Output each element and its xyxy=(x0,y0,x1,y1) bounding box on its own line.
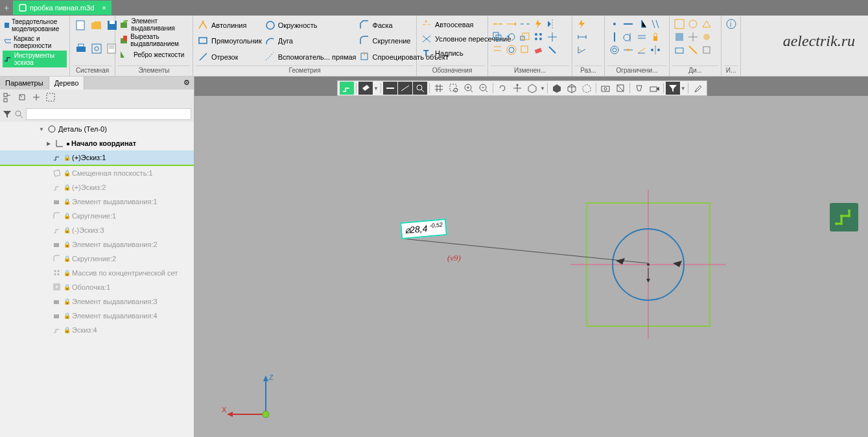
tree-shell[interactable]: 🔒Оболочка:1 xyxy=(0,280,194,294)
perspective-button[interactable] xyxy=(632,82,646,95)
tree-tab[interactable]: Дерево xyxy=(49,77,85,89)
parallel-icon[interactable] xyxy=(650,18,661,30)
extrude-button[interactable]: Элемент выдавливания xyxy=(118,17,190,32)
linear-dim-icon[interactable] xyxy=(576,31,588,43)
search-input[interactable] xyxy=(26,108,191,120)
tree-sketch3[interactable]: 🔒(-)Эскиз:3 xyxy=(0,223,194,237)
preview-icon[interactable] xyxy=(91,43,102,54)
shaded-button[interactable] xyxy=(550,82,564,95)
diag8-icon[interactable] xyxy=(687,44,699,56)
autoline-button[interactable]: Автолиния xyxy=(197,18,263,32)
rect-button[interactable]: Прямоугольник xyxy=(197,34,263,48)
extend-icon[interactable] xyxy=(506,18,517,30)
zoom-out-button[interactable] xyxy=(476,82,491,95)
lightning-icon[interactable] xyxy=(533,18,545,30)
horizontal-icon[interactable] xyxy=(622,18,634,30)
filter-icon[interactable] xyxy=(3,110,12,119)
equal-icon[interactable] xyxy=(636,31,648,43)
arc-button[interactable]: Дуга xyxy=(264,34,357,48)
document-tab[interactable]: пробка пивная.m3d × xyxy=(13,1,111,15)
angle-constr-icon[interactable] xyxy=(636,44,648,56)
perpendicular-icon[interactable] xyxy=(636,18,648,30)
sketch-mode-badge[interactable] xyxy=(830,203,858,231)
panel-gear-button[interactable]: ⚙ xyxy=(180,77,194,89)
coincident-icon[interactable] xyxy=(609,18,620,30)
mode-sketch[interactable]: Инструменты эскиза xyxy=(3,51,67,67)
pan-button[interactable] xyxy=(510,82,524,95)
print-icon[interactable] xyxy=(75,43,87,54)
erase-button[interactable] xyxy=(358,82,373,95)
segment-button[interactable]: Отрезок xyxy=(197,50,263,64)
camera-button[interactable] xyxy=(647,82,661,95)
concentric-icon[interactable] xyxy=(609,44,620,56)
cut-button[interactable]: Вырезать выдавливанием xyxy=(118,32,190,48)
scale-icon[interactable] xyxy=(519,31,531,43)
angle-dim-icon[interactable] xyxy=(576,44,588,56)
tree-pattern[interactable]: 🔒Массив по концентрической сет xyxy=(0,266,194,280)
erase-icon[interactable] xyxy=(533,44,545,56)
tree-sketch1[interactable]: 🔒(+)Эскиз:1 xyxy=(0,150,194,166)
section-button[interactable] xyxy=(613,82,628,95)
tree-origin[interactable]: ▶ ● Начало координат xyxy=(0,136,194,150)
tree-sketch2[interactable]: 🔒(+)Эскиз:2 xyxy=(0,180,194,195)
diag3-icon[interactable] xyxy=(701,18,712,30)
mode-wireframe[interactable]: Каркас и поверхности xyxy=(3,34,67,51)
vertical-icon[interactable] xyxy=(609,31,620,43)
fix-icon[interactable] xyxy=(650,31,661,43)
transform-icon[interactable] xyxy=(519,44,531,56)
mirror-icon[interactable] xyxy=(546,18,558,30)
diag5-icon[interactable] xyxy=(687,31,699,43)
dim-lightning-icon[interactable] xyxy=(576,18,588,30)
tree-sketch4[interactable]: 🔒Эскиз:4 xyxy=(0,323,194,337)
copy-icon[interactable] xyxy=(492,31,504,43)
tree-extrude1[interactable]: 🔒Элемент выдавливания:1 xyxy=(0,195,194,209)
magnify-button[interactable] xyxy=(413,82,427,95)
diag7-icon[interactable] xyxy=(674,44,685,56)
line-style-button[interactable] xyxy=(383,82,397,95)
tab-close-button[interactable]: × xyxy=(102,4,106,12)
select-area-icon[interactable] xyxy=(45,92,57,104)
rotate-icon[interactable] xyxy=(506,31,517,43)
equidist-icon[interactable] xyxy=(506,44,517,56)
diag6-icon[interactable] xyxy=(701,31,712,43)
rotate-view-button[interactable] xyxy=(495,82,510,95)
midpoint-icon[interactable] xyxy=(622,44,634,56)
tangent-icon[interactable] xyxy=(622,31,634,43)
mode-solid[interactable]: Твердотельное моделирование xyxy=(3,17,67,34)
offset-icon[interactable] xyxy=(492,44,504,56)
wireframe-view-button[interactable] xyxy=(565,82,579,95)
expand-icon[interactable] xyxy=(17,92,29,104)
rib-button[interactable]: Ребро жесткости xyxy=(118,48,190,61)
info-icon[interactable]: i xyxy=(725,18,737,30)
tree-plane1[interactable]: 🔒Смещенная плоскость:1 xyxy=(0,166,194,180)
new-icon[interactable] xyxy=(75,19,87,31)
tree-extrude3[interactable]: 🔒Элемент выдавливания:3 xyxy=(0,294,194,309)
tool-icon[interactable] xyxy=(546,44,558,56)
tree-extrude4[interactable]: 🔒Элемент выдавливания:4 xyxy=(0,309,194,323)
params-tab[interactable]: Параметры xyxy=(0,77,49,89)
trim-icon[interactable] xyxy=(492,18,504,30)
viewport[interactable]: ⌀28,4 -0,52 (v9) Z X xyxy=(194,96,868,437)
collapse-icon[interactable] xyxy=(31,92,43,104)
tree-root[interactable]: ▼ Деталь (Тел-0) xyxy=(0,122,194,136)
sketch-mode-button[interactable] xyxy=(340,82,354,95)
break-icon[interactable] xyxy=(519,18,531,30)
tree-fillet2[interactable]: 🔒Скругление:2 xyxy=(0,252,194,266)
symmetric-icon[interactable] xyxy=(650,44,661,56)
dash-style-button[interactable] xyxy=(398,82,412,95)
zoom-window-button[interactable] xyxy=(447,82,461,95)
aux-button[interactable]: Вспомогатель... прямая xyxy=(264,50,357,64)
array-icon[interactable] xyxy=(533,31,545,43)
tree-extrude2[interactable]: 🔒Элемент выдавливания:2 xyxy=(0,237,194,252)
new-tab-button[interactable]: + xyxy=(1,3,12,13)
circle-button[interactable]: Окружность xyxy=(264,18,357,32)
eyedropper-button[interactable] xyxy=(690,82,705,95)
orientation-button[interactable] xyxy=(525,82,539,95)
diag9-icon[interactable] xyxy=(701,44,712,56)
photo-button[interactable] xyxy=(598,82,613,95)
diag4-icon[interactable] xyxy=(674,31,685,43)
diag1-icon[interactable] xyxy=(674,18,685,30)
diag2-icon[interactable] xyxy=(687,18,699,30)
filter-button[interactable] xyxy=(666,82,680,95)
zoom-in-button[interactable] xyxy=(462,82,476,95)
